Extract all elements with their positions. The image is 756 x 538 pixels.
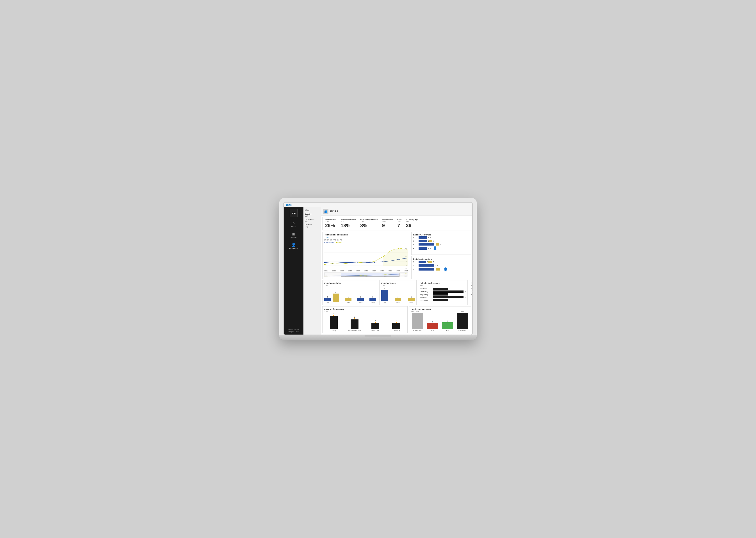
gen-row-X: X 2 1 👤	[413, 267, 469, 271]
seniority-chart: 1 1-5 4	[324, 288, 376, 303]
gen-row-Y: Y 2 0	[413, 264, 469, 267]
svg-point-13	[349, 262, 350, 263]
svg-text:-10: -10	[405, 268, 407, 269]
reasons-title: Reasons for Leaving	[324, 308, 405, 310]
breadcrumb: EXITS	[286, 204, 292, 206]
filter-item-country[interactable]: Country (All)	[305, 213, 319, 217]
svg-text:20: 20	[405, 247, 407, 249]
tenure-title: Exits by Tenure	[381, 282, 415, 284]
svg-point-15	[366, 262, 367, 263]
kpi-unvoluntary-attrition: Unvoluntary Attrition 2020 8%	[360, 219, 378, 229]
sidebar: bdg ⌂ Home ▦ Calendar 👤 Employees Powere…	[284, 207, 303, 335]
kpi-leaving-age: Ø Leaving Age 2020 36	[406, 219, 418, 229]
potential-title: Exits by Potential	[471, 282, 472, 284]
terminations-title: Terminations and Entries	[324, 234, 408, 236]
filter-division-value: (All)	[305, 226, 319, 228]
svg-marker-20	[383, 248, 408, 266]
kpi-exits: Exits 2020 7	[397, 219, 402, 229]
generation-title: Exits by Generation	[413, 258, 469, 260]
svg-point-14	[357, 262, 358, 263]
sidebar-item-home[interactable]: ⌂ Home	[284, 220, 303, 229]
sidebar-item-employees[interactable]: 👤 Employees	[284, 242, 303, 250]
exits-by-potential: Exits by Potential 2020 Insufficient 1 P…	[469, 280, 472, 305]
filter-country-label: Country	[305, 213, 319, 215]
bar-row-A: A 1 0 👤	[413, 246, 469, 250]
job-grade-title: Exits by Job Grade	[413, 234, 469, 236]
svg-point-10	[324, 262, 325, 263]
terminations-chart: Terminations and Entries 1 Filter 1M 3M …	[322, 232, 410, 279]
calendar-icon: ▦	[292, 232, 295, 236]
exits-by-seniority: Exits by Seniority 2020 1 1-5 4	[322, 280, 378, 305]
filter-item-department[interactable]: Department (All)	[305, 218, 319, 222]
bar-row-D: D 1 0	[413, 236, 469, 239]
seniority-title: Exits by Seniority	[324, 282, 376, 284]
x-axis-labels: 2011 2012 2013 2014 2015 2016 2017 2018 …	[324, 270, 408, 272]
person-icon-job-grade: 👤	[433, 246, 437, 250]
svg-point-12	[341, 262, 341, 263]
generation-bars: Z 1 1 Y	[413, 261, 469, 271]
bar-row-C: C 1 1	[413, 240, 469, 242]
page-title: EXITS	[330, 210, 338, 213]
sidebar-item-calendar[interactable]: ▦ Calendar	[284, 231, 303, 240]
exits-by-generation: Exits by Generation Z 1 1	[411, 256, 471, 279]
gen-row-Z: Z 1 1	[413, 261, 469, 263]
sidebar-footer: Powered by SAP Analytics Cloud	[284, 327, 303, 335]
home-icon: ⌂	[293, 221, 295, 225]
page-header: 👥 EXITS	[321, 207, 472, 216]
time-filters: 1M 3M 6M YTD 1Y All	[324, 239, 408, 241]
employees-icon: 👤	[292, 243, 296, 247]
filter-country-value: (All)	[305, 215, 319, 217]
sidebar-item-home-label: Home	[291, 225, 296, 227]
kpi-terminations: Terminations 2020 9	[382, 219, 393, 229]
svg-point-16	[374, 262, 375, 263]
charts-row-3: Reasons for Leaving 2020 3 Salary	[322, 306, 471, 333]
dashboard: Attrition Rate 2020 26% Voluntary Attrit…	[321, 216, 472, 335]
performance-title: Exits by Performance	[420, 282, 466, 284]
bar-row-B: B 2 1	[413, 243, 469, 245]
main-content: 👥 EXITS Attrition Rate 2020 26% Voluntar…	[321, 207, 472, 335]
exits-by-job-grade: Exits by Job Grade D 1 0	[411, 232, 471, 255]
charts-row-2: Exits by Seniority 2020 1 1-5 4	[322, 280, 471, 305]
top-bar: EXITS	[284, 202, 472, 207]
filter-item-division[interactable]: Division (All)	[305, 224, 319, 228]
hc-title: Headcount Movement	[411, 308, 469, 310]
kpi-voluntary-attrition: Voluntary Attrition 2020 18%	[341, 219, 356, 229]
person-icon-generation: 👤	[443, 267, 448, 271]
headcount-movement: Headcount Movement 2020 +35 HC EOP 2019 …	[409, 306, 471, 333]
filter-department-label: Department	[305, 218, 319, 220]
sidebar-item-calendar-label: Calendar	[290, 236, 297, 238]
potential-bars: Insufficient 1 Progressing 2	[471, 288, 472, 298]
reasons-bars: 3 Salary 2 Work-Life-Balance	[324, 314, 405, 331]
line-chart: 20 10 6 0 -10	[324, 244, 408, 270]
page-icon: 👥	[323, 209, 328, 214]
performance-bars: Insufficient 1 Satisfactory 2	[420, 288, 466, 301]
reasons-for-leaving: Reasons for Leaving 2020 3 Salary	[322, 306, 407, 333]
exits-by-tenure: Exits by Tenure 2020 5 1-5 1	[379, 280, 416, 305]
kpi-row: Attrition Rate 2020 26% Voluntary Attrit…	[322, 217, 471, 231]
svg-point-11	[332, 263, 333, 263]
job-grade-bars: D 1 0 C	[413, 236, 469, 250]
exits-by-performance: Exits by Performance 2020 Insufficient 1…	[418, 280, 468, 305]
sidebar-item-employees-label: Employees	[289, 247, 298, 249]
kpi-attrition-rate: Attrition Rate 2020 26%	[325, 219, 336, 229]
terminations-filter[interactable]: 1 Filter	[324, 236, 408, 238]
filter-title: Filter	[305, 209, 319, 211]
tenure-chart: 5 1-5 1 5-10	[381, 288, 415, 303]
filter-department-value: (All)	[305, 220, 319, 222]
charts-row-1: Terminations and Entries 1 Filter 1M 3M …	[322, 232, 471, 279]
filter-panel: Filter Country (All) Department (All) Di…	[303, 207, 321, 335]
filter-division-label: Division	[305, 224, 319, 226]
hc-chart: +35 HC EOP 2019 -7 Exits	[411, 314, 469, 331]
logo: bdg	[290, 209, 297, 217]
